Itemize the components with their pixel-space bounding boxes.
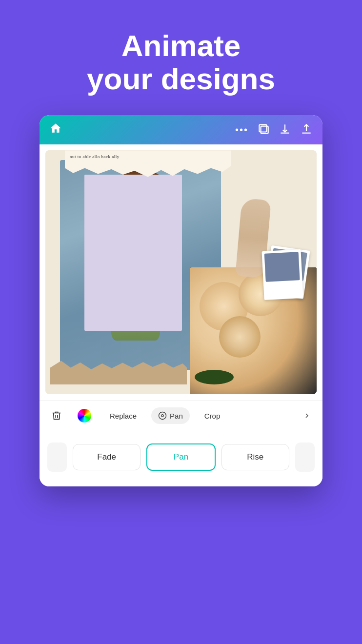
delete-button[interactable]: [47, 406, 66, 425]
color-circle: [78, 409, 91, 423]
animation-panel: Fade Pan Rise: [40, 431, 322, 486]
layers-icon[interactable]: [257, 122, 270, 137]
crop-button[interactable]: Crop: [198, 408, 227, 424]
anim-left-slot: [47, 443, 67, 472]
replace-label: Replace: [110, 412, 137, 420]
share-icon[interactable]: [300, 122, 313, 137]
pan-button[interactable]: Pan: [151, 407, 190, 424]
color-button[interactable]: [74, 407, 95, 424]
anim-right-slot: [295, 443, 315, 472]
pan-option[interactable]: Pan: [146, 443, 215, 471]
polaroid-inner-2: [264, 252, 300, 282]
fade-option[interactable]: Fade: [73, 444, 141, 470]
lavender-element: [84, 175, 182, 331]
rise-option[interactable]: Rise: [221, 444, 289, 470]
polaroid-2: [261, 249, 303, 300]
download-icon[interactable]: [279, 122, 291, 137]
pan-label: Pan: [170, 412, 183, 420]
hero-title: Animate your designs: [87, 29, 275, 96]
svg-point-2: [159, 412, 166, 420]
svg-point-3: [161, 415, 164, 417]
app-preview-card: •••: [40, 115, 322, 486]
edit-toolbar: Replace Pan Crop: [40, 400, 322, 431]
fade-label: Fade: [97, 452, 116, 462]
more-options-icon[interactable]: •••: [235, 124, 248, 136]
more-tools-button[interactable]: [299, 408, 315, 423]
rose-3: [219, 316, 261, 358]
crop-label: Crop: [204, 412, 221, 420]
polaroid-stack: [263, 248, 312, 306]
replace-button[interactable]: Replace: [103, 408, 143, 424]
home-icon[interactable]: [49, 122, 62, 138]
design-canvas[interactable]: [45, 150, 317, 394]
rise-label: Rise: [247, 452, 263, 462]
top-bar-actions: •••: [235, 122, 313, 137]
hero-section: Animate your designs: [87, 29, 275, 96]
app-top-bar: •••: [40, 115, 322, 144]
pan-option-label: Pan: [174, 452, 188, 462]
